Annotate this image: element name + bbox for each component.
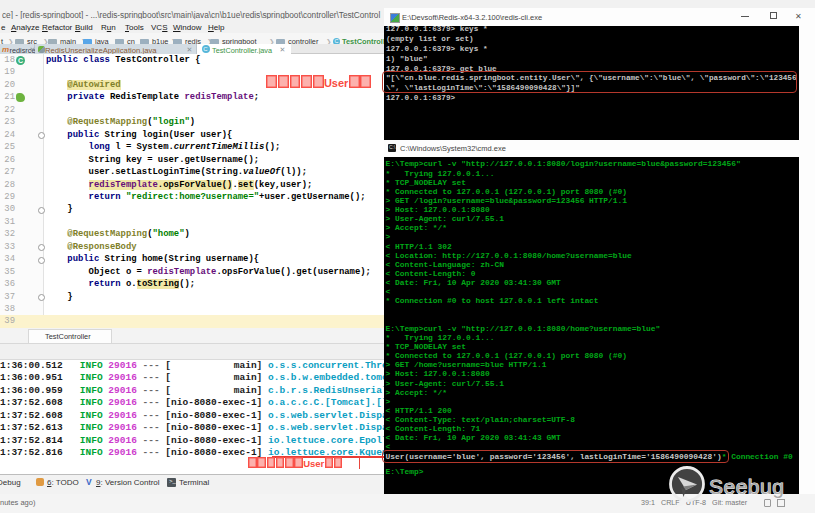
svg-text:Seebug: Seebug [709, 475, 784, 498]
